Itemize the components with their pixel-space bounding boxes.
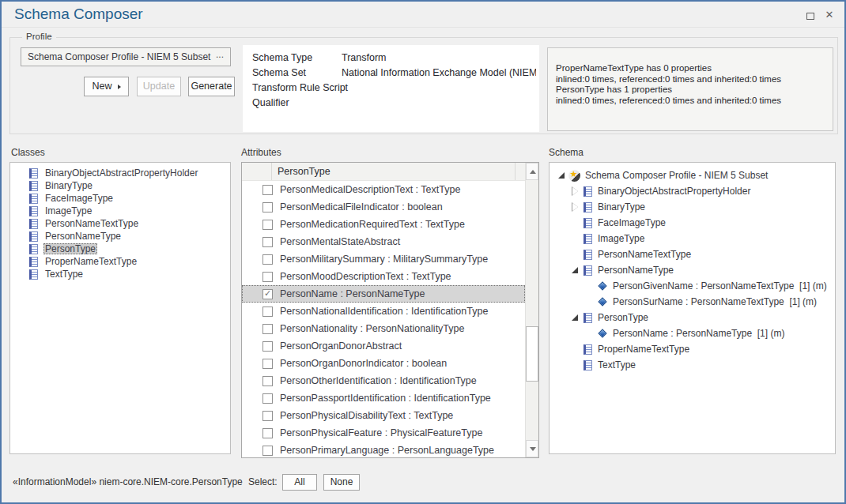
detail-label: Schema Type — [252, 51, 312, 66]
attribute-checkbox[interactable] — [262, 376, 273, 386]
collapse-icon[interactable] — [556, 169, 568, 182]
browse-icon[interactable]: ... — [216, 46, 224, 63]
attribute-label: PersonOrganDonorIndicator : boolean — [280, 358, 447, 369]
attributes-header[interactable]: PersonType — [242, 163, 525, 181]
tree-node[interactable]: ProperNameTextType — [550, 341, 835, 357]
attribute-checkbox[interactable] — [262, 185, 273, 195]
detail-row: Schema Type Transform — [243, 51, 539, 66]
class-item-label: ImageType — [43, 205, 93, 216]
attribute-checkbox[interactable] — [262, 202, 273, 213]
attribute-checkbox[interactable] — [262, 220, 273, 230]
tree-node[interactable]: FaceImageType — [550, 215, 835, 231]
expander-spacer — [569, 248, 582, 261]
attribute-checkbox[interactable] — [262, 411, 273, 421]
attribute-row[interactable]: PersonPrimaryLanguage : PersonLanguageTy… — [242, 442, 525, 457]
tree-node[interactable]: PersonGivenName : PersonNameTextType [1]… — [550, 278, 835, 294]
attribute-checkbox[interactable] — [262, 237, 273, 247]
menu-arrow-icon — [118, 85, 121, 89]
attribute-row[interactable]: PersonMentalStateAbstract — [242, 233, 525, 250]
window-title: Schema Composer — [14, 6, 143, 23]
tree-node-label: BinaryObjectAbstractPropertyHolder — [598, 186, 750, 197]
attribute-checkbox[interactable] — [262, 254, 273, 265]
tree-node[interactable]: BinaryType — [550, 199, 835, 215]
tree-node[interactable]: PersonName : PersonNameType [1] (m) — [550, 325, 835, 341]
class-item[interactable]: FaceImageType — [10, 192, 230, 205]
attribute-checkbox[interactable] — [262, 341, 273, 352]
tree-node-label: PersonSurName : PersonNameTextType [1] (… — [613, 296, 817, 307]
generate-button[interactable]: Generate — [188, 77, 235, 96]
collapse-icon[interactable] — [569, 264, 582, 276]
profile-summary-box: ProperNameTextType has 0 properties inli… — [547, 47, 833, 131]
summary-line: ProperNameTextType has 0 properties — [556, 63, 825, 74]
attribute-checkbox[interactable] — [262, 393, 273, 404]
attribute-label: PersonMentalStateAbstract — [280, 236, 400, 247]
tree-node[interactable]: PersonNameTextType — [550, 246, 835, 262]
attribute-row[interactable]: PersonPassportIdentification : Identific… — [242, 389, 525, 407]
class-item-label: ProperNameTextType — [43, 256, 138, 267]
tree-node-label: BinaryType — [598, 201, 645, 213]
tree-node[interactable]: PersonType — [550, 310, 835, 325]
class-item[interactable]: ProperNameTextType — [10, 255, 230, 268]
attribute-row[interactable]: PersonMoodDescriptionText : TextType — [242, 268, 525, 285]
classes-list: BinaryObjectAbstractPropertyHolderBinary… — [9, 162, 231, 454]
maximize-button[interactable] — [803, 9, 818, 21]
attribute-checkbox[interactable] — [262, 272, 273, 282]
close-button[interactable]: ✕ — [822, 9, 837, 21]
tree-node-label: ImageType — [598, 233, 644, 244]
class-icon — [584, 186, 592, 197]
expander-spacer — [583, 295, 595, 308]
attributes-scrollbar[interactable] — [525, 163, 538, 457]
scrollbar-thumb[interactable] — [526, 326, 538, 382]
collapse-icon[interactable] — [569, 311, 582, 324]
attribute-checkbox[interactable] — [262, 428, 273, 438]
class-item-label: TextType — [43, 269, 85, 280]
attribute-row[interactable]: PersonPhysicalDisabilityText : TextType — [242, 407, 525, 424]
attribute-row[interactable]: PersonName : PersonNameType — [242, 285, 525, 303]
expand-icon[interactable] — [569, 201, 582, 213]
expand-icon[interactable] — [569, 185, 582, 197]
tree-node[interactable]: BinaryObjectAbstractPropertyHolder — [550, 183, 835, 199]
class-icon — [584, 313, 592, 323]
class-icon — [29, 219, 38, 229]
class-item[interactable]: ImageType — [10, 205, 230, 217]
selected-element-path: «InformationModel» niem-core.NIEM-core.P… — [13, 476, 243, 487]
profile-dropdown[interactable]: Schema Composer Profile - NIEM 5 Subset … — [21, 47, 231, 66]
attribute-row[interactable]: PersonMilitarySummary : MilitarySummaryT… — [242, 250, 525, 268]
attribute-row[interactable]: PersonPhysicalFeature : PhysicalFeatureT… — [242, 424, 525, 442]
expander-spacer — [569, 359, 582, 371]
tree-node[interactable]: Schema Composer Profile - NIEM 5 Subset — [550, 167, 835, 183]
select-none-button[interactable]: None — [323, 474, 360, 491]
tree-node[interactable]: PersonSurName : PersonNameTextType [1] (… — [550, 294, 835, 310]
class-item[interactable]: PersonNameType — [10, 230, 230, 243]
attribute-checkbox[interactable] — [262, 289, 273, 299]
attribute-row[interactable]: PersonNationalIdentification : Identific… — [242, 303, 525, 320]
new-button[interactable]: New — [84, 77, 129, 96]
attribute-row[interactable]: PersonOrganDonorIndicator : boolean — [242, 355, 525, 372]
update-button[interactable]: Update — [137, 77, 181, 96]
class-item[interactable]: PersonNameTextType — [10, 217, 230, 230]
tree-node-label: PersonGivenName : PersonNameTextType [1]… — [613, 280, 827, 291]
select-all-button[interactable]: All — [282, 474, 317, 491]
class-item[interactable]: PersonType — [10, 243, 230, 255]
attribute-checkbox[interactable] — [262, 359, 273, 369]
class-icon — [584, 202, 592, 213]
tree-node[interactable]: PersonNameType — [550, 262, 835, 278]
attribute-row[interactable]: PersonOrganDonorAbstract — [242, 337, 525, 355]
class-icon — [29, 231, 38, 242]
class-item[interactable]: BinaryType — [10, 179, 230, 192]
attribute-row[interactable]: PersonMedicationRequiredText : TextType — [242, 216, 525, 233]
maximize-icon — [806, 13, 814, 20]
attribute-row[interactable]: PersonMedicalFileIndicator : boolean — [242, 198, 525, 216]
attribute-checkbox[interactable] — [262, 446, 273, 456]
attribute-checkbox[interactable] — [262, 307, 273, 317]
class-item[interactable]: BinaryObjectAbstractPropertyHolder — [10, 167, 230, 179]
scroll-down-button[interactable] — [526, 440, 538, 457]
class-item[interactable]: TextType — [10, 268, 230, 280]
attribute-row[interactable]: PersonOtherIdentification : Identificati… — [242, 372, 525, 389]
tree-node[interactable]: TextType — [550, 357, 835, 373]
attribute-checkbox[interactable] — [262, 324, 273, 334]
tree-node[interactable]: ImageType — [550, 231, 835, 246]
attribute-row[interactable]: PersonMedicalDescriptionText : TextType — [242, 181, 525, 198]
attribute-row[interactable]: PersonNationality : PersonNationalityTyp… — [242, 320, 525, 337]
scroll-up-button[interactable] — [526, 163, 538, 180]
